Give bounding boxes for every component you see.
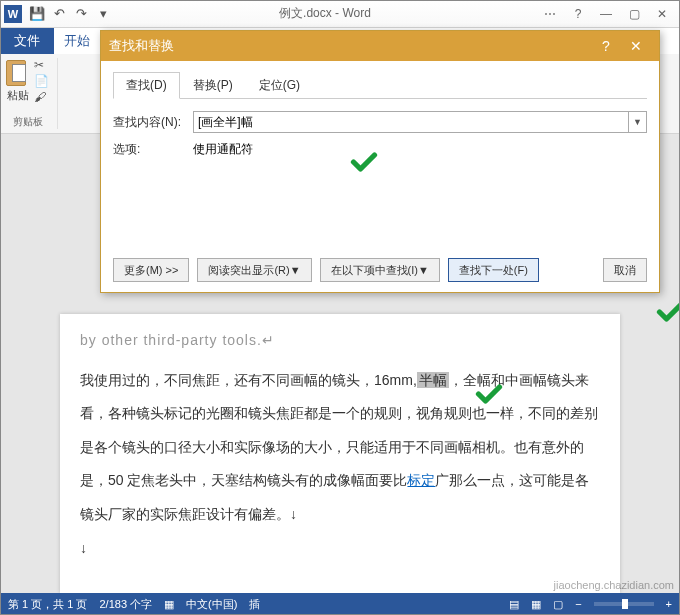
file-tab[interactable]: 文件 — [0, 28, 54, 54]
body-text-fragment: by other third-party tools.↵ — [80, 324, 600, 358]
options-value: 使用通配符 — [193, 141, 253, 158]
qat-redo-button[interactable]: ↷ — [70, 3, 92, 25]
search-match-highlight: 半幅 — [417, 372, 449, 388]
paste-button[interactable]: 粘贴 — [6, 58, 30, 104]
cut-button[interactable]: ✂ — [34, 58, 49, 72]
word-app-icon: W — [4, 5, 22, 23]
tab-replace[interactable]: 替换(P) — [180, 72, 246, 99]
paste-icon — [6, 58, 30, 86]
options-label: 选项: — [113, 141, 185, 158]
hyperlink[interactable]: 标定 — [407, 472, 435, 488]
ribbon-display-options[interactable]: ⋯ — [536, 3, 564, 25]
zoom-out-button[interactable]: − — [575, 598, 581, 610]
dialog-tabs: 查找(D) 替换(P) 定位(G) — [113, 71, 647, 99]
format-painter-button[interactable]: 🖌 — [34, 90, 49, 104]
qat-customize-button[interactable]: ▾ — [92, 3, 114, 25]
cancel-button[interactable]: 取消 — [603, 258, 647, 282]
chevron-down-icon[interactable]: ▼ — [628, 112, 646, 132]
dialog-button-row: 更多(M) >> 阅读突出显示(R)▼ 在以下项中查找(I)▼ 查找下一处(F)… — [113, 258, 647, 282]
language-indicator[interactable]: 中文(中国) — [186, 597, 237, 612]
minimize-button[interactable]: — — [592, 3, 620, 25]
find-replace-dialog: 查找和替换 ? ✕ 查找(D) 替换(P) 定位(G) 查找内容(N): [画全… — [100, 30, 660, 293]
find-content-input[interactable]: [画全半]幅 ▼ — [193, 111, 647, 133]
insert-mode[interactable]: 插 — [249, 597, 260, 612]
print-layout-view-icon[interactable]: ▦ — [531, 598, 541, 611]
tab-find[interactable]: 查找(D) — [113, 72, 180, 99]
body-paragraph: 我使用过的，不同焦距，还有不同画幅的镜头，16mm,半幅，全幅和中画幅镜头来看，… — [80, 364, 600, 532]
word-count[interactable]: 2/183 个字 — [99, 597, 152, 612]
zoom-slider[interactable] — [594, 602, 654, 606]
paste-label: 粘贴 — [7, 88, 29, 103]
help-button[interactable]: ? — [564, 3, 592, 25]
qat-undo-button[interactable]: ↶ — [48, 3, 70, 25]
reading-highlight-button[interactable]: 阅读突出显示(R)▼ — [197, 258, 311, 282]
dialog-titlebar[interactable]: 查找和替换 ? ✕ — [101, 31, 659, 61]
read-mode-view-icon[interactable]: ▤ — [509, 598, 519, 611]
document-title: 例文.docx - Word — [114, 5, 536, 22]
dialog-help-button[interactable]: ? — [591, 34, 621, 58]
clipboard-group: 粘贴 ✂ 📄 🖌 剪贴板 — [6, 58, 58, 129]
copy-button[interactable]: 📄 — [34, 74, 49, 88]
web-layout-view-icon[interactable]: ▢ — [553, 598, 563, 611]
close-window-button[interactable]: ✕ — [648, 3, 676, 25]
find-next-button[interactable]: 查找下一处(F) — [448, 258, 539, 282]
paragraph-mark: ↓ — [80, 532, 600, 566]
find-in-button[interactable]: 在以下项中查找(I)▼ — [320, 258, 440, 282]
dialog-close-button[interactable]: ✕ — [621, 34, 651, 58]
page-indicator[interactable]: 第 1 页，共 1 页 — [8, 597, 87, 612]
find-content-label: 查找内容(N): — [113, 114, 185, 131]
dialog-title-text: 查找和替换 — [109, 37, 174, 55]
maximize-button[interactable]: ▢ — [620, 3, 648, 25]
zoom-in-button[interactable]: + — [666, 598, 672, 610]
dialog-body: 查找(D) 替换(P) 定位(G) 查找内容(N): [画全半]幅 ▼ 选项: … — [101, 61, 659, 292]
clipboard-group-label: 剪贴板 — [13, 115, 43, 129]
qat-save-button[interactable]: 💾 — [26, 3, 48, 25]
document-page[interactable]: by other third-party tools.↵ 我使用过的，不同焦距，… — [60, 314, 620, 593]
tab-goto[interactable]: 定位(G) — [246, 72, 313, 99]
watermark-text: jiaocheng.chazidian.com — [554, 579, 674, 591]
status-bar: 第 1 页，共 1 页 2/183 个字 ▦ 中文(中国) 插 ▤ ▦ ▢ − … — [0, 593, 680, 615]
more-button[interactable]: 更多(M) >> — [113, 258, 189, 282]
window-titlebar: W 💾 ↶ ↷ ▾ 例文.docx - Word ⋯ ? — ▢ ✕ — [0, 0, 680, 28]
proofing-icon[interactable]: ▦ — [164, 598, 174, 611]
home-tab[interactable]: 开始 — [54, 28, 100, 54]
